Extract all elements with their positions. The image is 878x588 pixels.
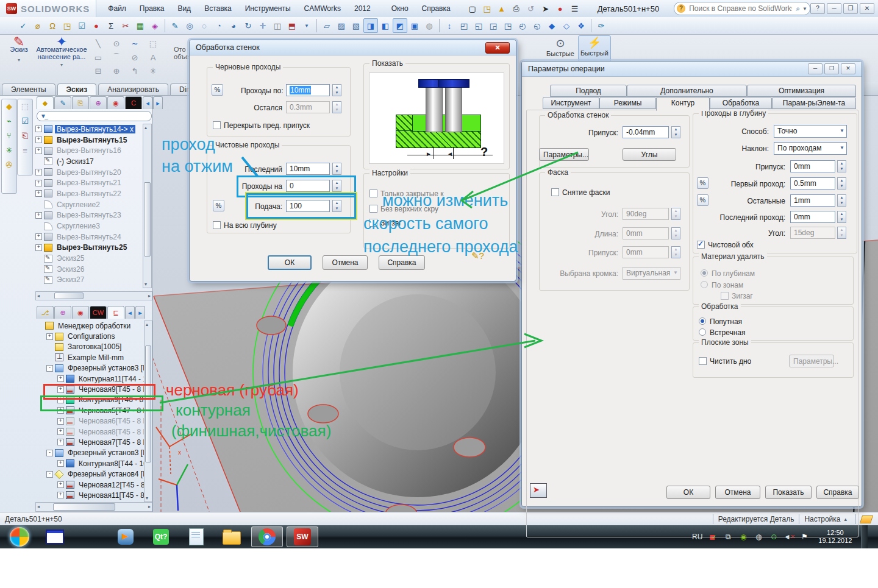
appearance-icon[interactable]: ▣ xyxy=(407,18,422,33)
depth-allowance-input[interactable]: 0mm xyxy=(790,160,835,172)
menu-item[interactable]: Вид xyxy=(171,1,198,17)
feature-tree-item[interactable]: + Вырез-Вытянуть23 xyxy=(35,210,143,221)
traffic-light-icon[interactable]: ● xyxy=(89,18,104,33)
expand-toggle-icon[interactable]: + xyxy=(35,190,42,197)
feature-tree-tab[interactable]: ⎇ xyxy=(37,306,54,319)
cancel-button[interactable]: Отмена xyxy=(323,255,368,270)
expand-toggle-icon[interactable]: + xyxy=(57,418,64,425)
feature-tree-item[interactable]: (-) Эскиз17 xyxy=(35,156,143,167)
percent-toggle-button[interactable]: % xyxy=(697,177,708,189)
help-button[interactable]: Справка xyxy=(816,486,859,499)
expand-toggle-icon[interactable]: + xyxy=(35,180,42,186)
depth-allowance-spinner[interactable]: ▲▼ xyxy=(837,160,846,172)
camworks-operation-tab[interactable]: ⊑ xyxy=(107,306,124,319)
expand-toggle-icon[interactable]: + xyxy=(35,212,42,219)
view-cube-back-icon[interactable]: ◱ xyxy=(471,18,486,33)
appearances-tab[interactable]: ◉ xyxy=(107,96,124,109)
equations-icon[interactable]: Σ xyxy=(104,18,118,33)
branch-icon[interactable]: ⑂ xyxy=(7,131,12,140)
allowance-input[interactable]: -0.04mm xyxy=(623,126,669,138)
measure-icon[interactable]: ⌀ xyxy=(30,18,45,33)
dimetric-view-icon[interactable]: ◇ xyxy=(559,18,574,33)
tag-icon[interactable] xyxy=(860,515,873,523)
percent-toggle-button[interactable]: % xyxy=(697,194,708,206)
scroll-right-icon[interactable]: ▸ xyxy=(135,306,145,319)
scene-icon[interactable]: ◍ xyxy=(422,18,437,33)
text-tool-icon[interactable]: A xyxy=(144,50,162,65)
ok-button[interactable]: ОК xyxy=(666,486,710,499)
arc-tool-icon[interactable]: ⌒ xyxy=(107,50,126,65)
expand-toggle-icon[interactable]: + xyxy=(57,428,64,435)
check-document-icon[interactable]: ☑ xyxy=(74,18,89,33)
table-preview-icon[interactable]: ➤ xyxy=(530,483,547,498)
command-tab[interactable]: Элементы xyxy=(2,83,55,95)
media-player-icon[interactable] xyxy=(110,526,141,547)
material-icon[interactable]: ✂ xyxy=(118,18,133,33)
shaded-icon[interactable]: ◧ xyxy=(378,18,393,33)
cam-tree-item[interactable]: Example Mill-mm xyxy=(35,352,145,363)
maximize-icon[interactable]: ❐ xyxy=(824,63,839,74)
document-question-icon[interactable]: ⎗ xyxy=(22,131,28,141)
mass-properties-icon[interactable]: Ω xyxy=(45,18,60,33)
rotate-view-icon[interactable]: ↻ xyxy=(241,18,255,33)
show-button[interactable]: Показать xyxy=(765,486,812,499)
percent-toggle-button[interactable]: % xyxy=(212,84,223,96)
feature-tree-item[interactable]: + Вырез-Вытянуть21 xyxy=(35,177,143,188)
search-input[interactable] xyxy=(688,4,793,13)
expand-toggle-icon[interactable]: + xyxy=(35,126,42,132)
feature-tree-tab[interactable]: ◆ xyxy=(37,96,54,109)
full-depth-checkbox[interactable] xyxy=(213,221,221,229)
expand-toggle-icon[interactable]: + xyxy=(57,460,64,467)
cam-tree-item[interactable]: - Фрезерный установ3 [Гр xyxy=(35,363,145,374)
expand-toggle-icon[interactable]: + xyxy=(57,481,64,488)
parameter-tab[interactable]: Оптимизация xyxy=(747,85,856,97)
pan-icon[interactable]: ✛ xyxy=(255,18,270,33)
corners-button[interactable]: Углы xyxy=(623,148,676,161)
close-button[interactable]: ✕ xyxy=(860,3,874,14)
undo-icon[interactable]: ↺ xyxy=(524,2,538,15)
cam-tree-item[interactable]: + Черновая7[T45 - 8 Ko xyxy=(35,437,145,447)
view-cube-front-icon[interactable]: ◰ xyxy=(457,18,471,33)
checklist-icon[interactable]: ☑ xyxy=(21,116,29,126)
scroll-right-icon[interactable]: ▸ xyxy=(148,504,151,509)
chamfer-checkbox[interactable] xyxy=(551,188,559,196)
expand-toggle-icon[interactable]: - xyxy=(46,365,53,372)
line-tool-icon[interactable]: ╲ xyxy=(89,37,107,50)
expand-toggle-icon[interactable]: + xyxy=(35,136,42,143)
property-manager-tab[interactable]: ✎ xyxy=(54,96,71,109)
help-button[interactable]: Справка xyxy=(379,255,425,270)
search-icon[interactable]: ⌕ xyxy=(796,4,800,13)
parameter-tab[interactable]: Обработка xyxy=(710,97,772,109)
cam-tree-item[interactable]: + Черновая11[T45 - 8 k xyxy=(35,490,145,500)
scroll-left-icon[interactable]: ◂ xyxy=(143,96,152,109)
circle-tool-icon[interactable]: ⊙ xyxy=(107,37,126,50)
conventional-radio[interactable] xyxy=(699,328,706,336)
menu-item[interactable]: Вставка xyxy=(198,1,238,17)
menu-item[interactable]: Файл xyxy=(101,1,133,17)
ok-button[interactable]: ОК xyxy=(268,255,312,270)
spellcheck-icon[interactable]: ✓ xyxy=(16,18,30,33)
zoom-fit-icon[interactable]: ◎ xyxy=(182,18,197,33)
feature-tree-item[interactable]: + Вырез-Вытянуть15 xyxy=(35,135,143,146)
parameter-tab[interactable]: Подвод xyxy=(550,85,627,97)
expand-toggle-icon[interactable]: + xyxy=(35,169,42,175)
feature-tree-item[interactable]: + Вырез-Вытянуть24 xyxy=(35,232,143,243)
explorer-folder-icon[interactable] xyxy=(216,526,248,547)
cam-tree-item[interactable]: + Черновая8[T45 - 8 Ko xyxy=(35,427,145,437)
rest-passes-input[interactable]: 1mm xyxy=(790,194,835,207)
cam-tree-hscrollbar[interactable]: ◂ ▸ xyxy=(35,502,152,512)
grid-icon[interactable]: ⬚ xyxy=(21,102,29,111)
zoom-area-icon[interactable]: ◌ xyxy=(197,18,212,33)
folder-up-icon[interactable]: ◳ xyxy=(60,18,74,33)
qt-icon[interactable] xyxy=(145,526,177,547)
origin-tab[interactable]: ⊕ xyxy=(54,306,71,319)
parameter-tab[interactable]: Режимы xyxy=(599,97,656,109)
cmd-window-icon[interactable] xyxy=(39,526,71,547)
last-pass-input[interactable]: 10mm xyxy=(286,163,330,175)
scroll-right-icon[interactable]: ▸ xyxy=(148,293,151,299)
dimxpert-tab[interactable]: ⊕ xyxy=(90,96,107,109)
passes-by-input[interactable]: 10mm xyxy=(286,84,330,96)
appearances-tab[interactable]: ◉ xyxy=(72,306,89,319)
show-desktop-button[interactable] xyxy=(861,525,868,548)
overlap-checkbox[interactable] xyxy=(213,121,221,129)
